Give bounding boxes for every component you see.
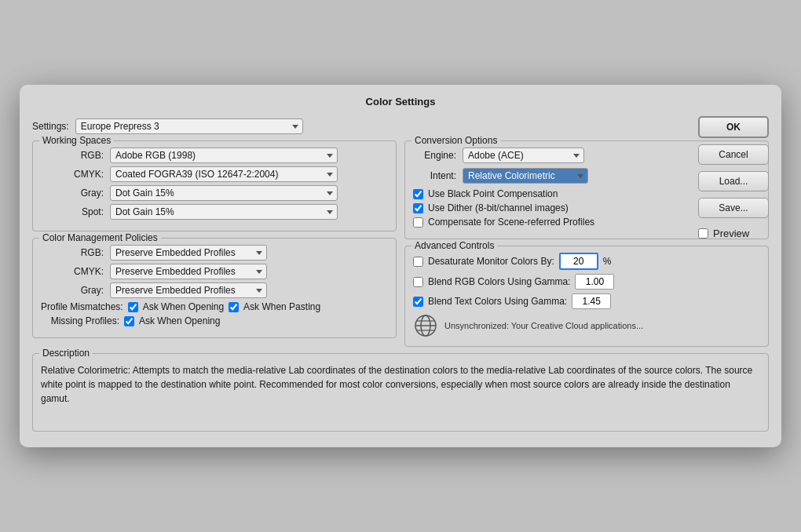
advanced-controls-title: Advanced Controls: [411, 240, 497, 251]
conversion-options-title: Conversion Options: [411, 135, 500, 146]
desaturate-input[interactable]: [559, 253, 598, 270]
cm-gray-row: Gray: Preserve Embedded Profiles: [41, 282, 388, 298]
profile-mismatch-label: Profile Mismatches:: [41, 301, 123, 312]
blend-text-label: Blend Text Colors Using Gamma:: [428, 296, 567, 307]
spot-select[interactable]: Dot Gain 15%: [110, 204, 338, 220]
gray-select[interactable]: Dot Gain 15%: [110, 185, 338, 201]
load-button[interactable]: Load...: [698, 171, 769, 191]
description-section: Description Relative Colorimetric: Attem…: [32, 353, 769, 432]
ask-opening-checkbox[interactable]: [128, 302, 138, 312]
advanced-controls-section: Advanced Controls Desaturate Monitor Col…: [404, 246, 769, 347]
desaturate-pct: %: [603, 256, 612, 267]
cm-cmyk-label: CMYK:: [41, 266, 104, 277]
settings-row: Settings: Europe Prepress 3: [20, 115, 781, 140]
dialog-title: Color Settings: [20, 85, 781, 115]
cm-gray-select[interactable]: Preserve Embedded Profiles: [110, 282, 267, 298]
color-settings-dialog: Color Settings Settings: Europe Prepress…: [20, 85, 781, 447]
black-point-checkbox[interactable]: [413, 189, 423, 199]
blend-rgb-label: Blend RGB Colors Using Gamma:: [428, 276, 570, 287]
blend-text-input[interactable]: [572, 293, 611, 309]
dither-checkbox[interactable]: [413, 203, 423, 213]
cm-rgb-select[interactable]: Preserve Embedded Profiles: [110, 245, 267, 261]
sync-text: Unsynchronized: Your Creative Cloud appl…: [444, 321, 643, 330]
spot-row: Spot: Dot Gain 15%: [41, 204, 388, 220]
desaturate-row: Desaturate Monitor Colors By: %: [413, 253, 760, 270]
ask-pasting-checkbox[interactable]: [229, 302, 239, 312]
missing-profiles-row: Missing Profiles: Ask When Opening: [41, 315, 388, 326]
rgb-select[interactable]: Adobe RGB (1998): [110, 148, 338, 163]
left-sections: Working Spaces RGB: Adobe RGB (1998) CMY…: [32, 140, 397, 347]
ok-button[interactable]: OK: [698, 116, 769, 138]
cmyk-row: CMYK: Coated FOGRA39 (ISO 12647-2:2004): [41, 166, 388, 182]
ask-opening-label: Ask When Opening: [143, 301, 224, 312]
cancel-button[interactable]: Cancel: [698, 144, 769, 165]
preview-label: Preview: [713, 228, 749, 239]
sync-row: Unsynchronized: Your Creative Cloud appl…: [413, 313, 760, 338]
color-management-section: Color Management Policies RGB: Preserve …: [32, 238, 397, 338]
desaturate-label: Desaturate Monitor Colors By:: [428, 256, 554, 267]
globe-icon: [413, 313, 438, 338]
compensate-checkbox[interactable]: [413, 217, 423, 228]
settings-label: Settings:: [32, 121, 69, 132]
desaturate-checkbox[interactable]: [413, 257, 423, 267]
engine-label: Engine:: [413, 150, 456, 161]
main-content: Working Spaces RGB: Adobe RGB (1998) CMY…: [20, 140, 781, 347]
intent-select[interactable]: Relative Colorimetric: [463, 168, 588, 184]
gray-row: Gray: Dot Gain 15%: [41, 185, 388, 201]
color-management-title: Color Management Policies: [39, 232, 161, 243]
missing-ask-opening-label: Ask When Opening: [139, 315, 220, 326]
spot-label: Spot:: [41, 206, 104, 217]
settings-select[interactable]: Europe Prepress 3: [75, 118, 303, 134]
blend-text-checkbox[interactable]: [413, 297, 423, 307]
blend-rgb-input[interactable]: [575, 274, 614, 290]
preview-checkbox[interactable]: [698, 228, 708, 239]
compensate-label: Compensate for Scene-referred Profiles: [428, 217, 594, 228]
gray-label: Gray:: [41, 188, 104, 199]
blend-rgb-checkbox[interactable]: [413, 277, 423, 287]
cm-gray-label: Gray:: [41, 285, 104, 296]
save-button[interactable]: Save...: [698, 198, 769, 218]
cm-cmyk-row: CMYK: Preserve Embedded Profiles: [41, 264, 388, 279]
cmyk-select[interactable]: Coated FOGRA39 (ISO 12647-2:2004): [110, 166, 338, 182]
rgb-row: RGB: Adobe RGB (1998): [41, 148, 388, 163]
missing-ask-opening-checkbox[interactable]: [124, 316, 134, 326]
cm-rgb-row: RGB: Preserve Embedded Profiles: [41, 245, 388, 261]
cm-rgb-label: RGB:: [41, 247, 104, 258]
description-title: Description: [39, 348, 93, 359]
blend-text-row: Blend Text Colors Using Gamma:: [413, 293, 760, 309]
black-point-label: Use Black Point Compensation: [428, 188, 558, 199]
missing-profiles-label: Missing Profiles:: [41, 315, 119, 326]
working-spaces-title: Working Spaces: [39, 135, 114, 146]
engine-select[interactable]: Adobe (ACE): [463, 148, 584, 163]
ask-pasting-label: Ask When Pasting: [243, 301, 320, 312]
cmyk-label: CMYK:: [41, 169, 104, 180]
dither-label: Use Dither (8-bit/channel images): [428, 202, 569, 213]
profile-mismatch-row: Profile Mismatches: Ask When Opening Ask…: [41, 301, 388, 312]
cm-cmyk-select[interactable]: Preserve Embedded Profiles: [110, 264, 267, 279]
button-panel: OK Cancel Load... Save... Preview: [698, 116, 769, 239]
rgb-label: RGB:: [41, 150, 104, 161]
intent-label: Intent:: [413, 170, 456, 181]
preview-row: Preview: [698, 228, 769, 239]
description-text: Relative Colorimetric: Attempts to match…: [41, 363, 760, 406]
blend-rgb-row: Blend RGB Colors Using Gamma:: [413, 274, 760, 290]
working-spaces-section: Working Spaces RGB: Adobe RGB (1998) CMY…: [32, 140, 397, 231]
